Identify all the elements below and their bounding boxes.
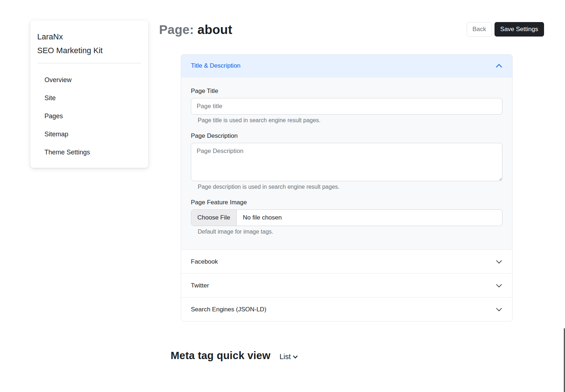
accordion-header-search-engines-label: Search Engines (JSON-LD)	[191, 306, 266, 313]
save-settings-button[interactable]: Save Settings	[495, 22, 544, 37]
page-description-label: Page Description	[191, 132, 502, 140]
page-title-field-group: Page Title Page title is used in search …	[191, 88, 502, 124]
sidebar-title-line2: SEO Marketing Kit	[37, 44, 141, 57]
seo-settings-accordion: Title & Description Page Title Page titl…	[181, 54, 513, 321]
meta-tag-quick-view: Meta tag quick view List	[171, 350, 298, 362]
accordion-header-title-description-label: Title & Description	[191, 62, 240, 69]
accordion-header-twitter-label: Twitter	[191, 282, 209, 289]
page-title-label: Page Title	[191, 88, 502, 95]
back-button[interactable]: Back	[467, 22, 492, 37]
meta-view-mode-dropdown[interactable]: List	[279, 353, 298, 361]
sidebar-item-site[interactable]: Site	[30, 89, 148, 107]
page-feature-image-help: Default image for image tags.	[198, 229, 502, 235]
chevron-up-icon	[496, 63, 502, 69]
accordion-header-facebook-label: Facebook	[191, 258, 218, 265]
chevron-down-icon	[496, 282, 502, 289]
page-title-input[interactable]	[191, 98, 502, 115]
sidebar-item-overview[interactable]: Overview	[30, 71, 148, 89]
page-title-value: about	[197, 22, 232, 37]
sidebar-title-line1: LaraNx	[37, 30, 141, 44]
page-description-help: Page description is used in search engin…	[198, 184, 502, 190]
page-description-textarea[interactable]	[191, 143, 502, 181]
sidebar-nav: Overview Site Pages Sitemap Theme Settin…	[30, 63, 148, 161]
sidebar-title: LaraNx SEO Marketing Kit	[30, 30, 148, 57]
accordion-header-title-description[interactable]: Title & Description	[181, 55, 512, 77]
page-feature-image-label: Page Feature Image	[191, 199, 502, 206]
title-description-panel: Page Title Page title is used in search …	[181, 77, 512, 250]
page-title-help: Page title is used in search engine resu…	[198, 117, 502, 124]
page-feature-image-field-group: Page Feature Image Choose File No file c…	[191, 199, 502, 235]
page-title-prefix: Page:	[159, 22, 194, 37]
choose-file-button[interactable]: Choose File	[191, 210, 237, 226]
file-chosen-value: No file chosen	[237, 210, 288, 226]
sidebar-item-sitemap[interactable]: Sitemap	[30, 125, 148, 143]
page-description-field-group: Page Description Page description is use…	[191, 132, 502, 190]
sidebar-item-theme-settings[interactable]: Theme Settings	[30, 143, 148, 161]
chevron-down-icon	[496, 258, 502, 265]
meta-tag-quick-view-title: Meta tag quick view	[171, 350, 270, 362]
sidebar-item-pages[interactable]: Pages	[30, 107, 148, 125]
accordion-header-twitter[interactable]: Twitter	[181, 273, 512, 297]
page-title: Page: about	[159, 22, 232, 37]
accordion-header-facebook[interactable]: Facebook	[181, 250, 512, 273]
header-actions: Back Save Settings	[467, 22, 544, 37]
right-edge-line	[564, 328, 565, 392]
accordion-header-search-engines[interactable]: Search Engines (JSON-LD)	[181, 297, 512, 321]
page-feature-image-file-input[interactable]: Choose File No file chosen	[191, 209, 502, 226]
meta-view-mode-label: List	[279, 353, 291, 361]
chevron-down-icon	[496, 306, 502, 313]
chevron-down-icon	[292, 354, 298, 360]
sidebar: LaraNx SEO Marketing Kit Overview Site P…	[30, 21, 148, 168]
